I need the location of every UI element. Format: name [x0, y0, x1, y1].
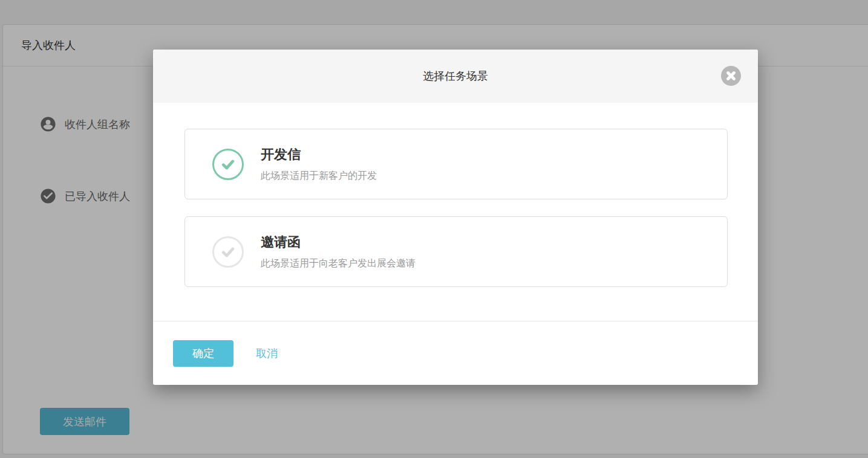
- dialog-body: 开发信 此场景适用于新客户的开发 邀请函 此场景适用于向老客户发出展会邀请: [153, 103, 758, 287]
- dialog-header: 选择任务场景: [153, 50, 758, 103]
- dialog-title: 选择任务场景: [423, 69, 488, 83]
- option-description: 此场景适用于新客户的开发: [261, 170, 377, 182]
- unselected-check-icon: [212, 236, 244, 268]
- option-description: 此场景适用于向老客户发出展会邀请: [261, 257, 416, 270]
- option-title: 开发信: [261, 146, 377, 164]
- close-icon[interactable]: [721, 66, 741, 86]
- option-card-development-letter[interactable]: 开发信 此场景适用于新客户的开发: [184, 129, 728, 199]
- dialog-footer: 确定 取消: [153, 321, 758, 385]
- select-task-scene-dialog: 选择任务场景 开发信 此场景适用于新客户的开发 邀请函: [153, 50, 758, 385]
- cancel-link[interactable]: 取消: [256, 346, 278, 361]
- selected-check-icon: [212, 149, 244, 180]
- option-title: 邀请函: [261, 233, 416, 251]
- confirm-button[interactable]: 确定: [173, 340, 233, 367]
- option-card-invitation-letter[interactable]: 邀请函 此场景适用于向老客户发出展会邀请: [184, 216, 728, 287]
